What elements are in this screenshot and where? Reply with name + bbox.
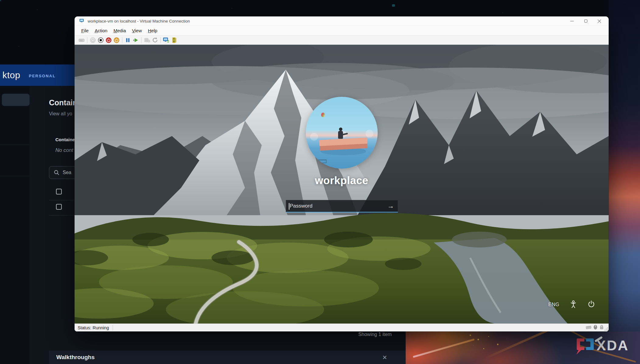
walkthroughs-section: Walkthroughs × (49, 351, 406, 364)
row-checkbox[interactable] (56, 204, 62, 210)
close-icon[interactable]: × (379, 352, 390, 363)
power-icon[interactable] (587, 300, 595, 309)
vm-titlebar[interactable]: workplace-vm on localhost - Virtual Mach… (75, 16, 609, 26)
docker-brand-fragment: ktop (2, 70, 20, 80)
statusbar-divider (113, 325, 113, 331)
minimize-button[interactable] (565, 16, 579, 26)
maximize-button[interactable] (579, 16, 593, 26)
shut-down-icon[interactable] (105, 37, 113, 44)
showing-count: Showing 1 item (0, 332, 392, 337)
save-state-icon[interactable] (113, 37, 121, 44)
enhanced-session-icon[interactable] (162, 37, 170, 44)
desktop: XDA ktop PERSONAL Contain View all yo Co… (0, 0, 640, 364)
text-caret (289, 203, 289, 210)
status-text: Status: Running (75, 325, 113, 330)
accessibility-icon[interactable] (569, 300, 578, 310)
docker-plan-badge: PERSONAL (29, 74, 56, 78)
xda-red-bracket (576, 338, 584, 355)
start-icon[interactable] (89, 37, 97, 44)
avatar-bokeh (310, 133, 318, 141)
language-switcher[interactable]: ENG (548, 302, 559, 307)
menu-help[interactable]: Help (145, 27, 160, 34)
mouse-icon (593, 325, 597, 331)
containers-empty-text: No cont (55, 147, 73, 153)
avatar-bokeh (365, 130, 373, 138)
login-tray: ENG (548, 300, 595, 310)
avatar-person-head (339, 128, 342, 131)
menu-media[interactable]: Media (110, 27, 129, 34)
window-title: workplace-vm on localhost - Virtual Mach… (88, 19, 190, 23)
submit-password-button[interactable]: → (384, 200, 398, 212)
sidebar-item-containers[interactable] (2, 94, 30, 106)
checkpoint-icon[interactable] (143, 37, 151, 44)
reset-icon[interactable] (132, 37, 140, 44)
divider (0, 176, 30, 176)
containers-page-subtitle: View all yo (49, 111, 72, 117)
revert-icon[interactable] (151, 37, 159, 44)
vm-menubar: File Action Media View Help (75, 26, 609, 35)
search-icon (54, 170, 60, 176)
keyboard-icon (586, 325, 591, 331)
row-checkbox[interactable] (56, 189, 62, 194)
avatar-balloon (321, 113, 325, 117)
art-streak (413, 338, 475, 358)
pause-icon[interactable] (124, 37, 132, 44)
toolbar-separator (160, 37, 161, 43)
art-streak (484, 331, 555, 359)
toolbar-separator (87, 37, 87, 43)
xda-blue-bracket (586, 338, 594, 350)
share-icon[interactable] (170, 37, 178, 44)
vm-statusbar: Status: Running (75, 324, 609, 331)
login-username: workplace (75, 174, 609, 187)
ctrl-alt-del-icon[interactable] (78, 37, 86, 44)
containers-page-title: Contain (49, 98, 77, 107)
password-field: → (286, 200, 398, 212)
vmconnect-window: workplace-vm on localhost - Virtual Mach… (75, 16, 609, 331)
toolbar-separator (122, 37, 122, 43)
user-avatar[interactable] (306, 97, 378, 169)
menu-action[interactable]: Action (92, 27, 110, 34)
menu-view[interactable]: View (129, 27, 145, 34)
search-placeholder-fragment: Sea (63, 170, 71, 175)
wallpaper-glow (392, 4, 395, 7)
wallpaper-art-right (609, 0, 640, 364)
vmconnect-app-icon (79, 19, 85, 24)
lock-icon (600, 325, 604, 331)
xda-letters: XDA (596, 338, 628, 353)
vm-toolbar (75, 35, 609, 45)
art-sparkles (470, 334, 471, 336)
vm-viewport-login-screen[interactable]: workplace → ENG (75, 45, 609, 324)
password-input[interactable] (286, 200, 384, 212)
divider (0, 145, 30, 145)
walkthroughs-title: Walkthroughs (56, 354, 95, 361)
docker-sidebar (0, 86, 30, 364)
toolbar-separator (141, 37, 142, 43)
starfield (0, 0, 1, 1)
resize-grip[interactable] (607, 330, 608, 331)
containers-table-header: Containe (55, 137, 75, 142)
close-button[interactable] (593, 16, 606, 26)
xda-logo: XDA (575, 337, 628, 356)
turn-off-icon[interactable] (97, 37, 105, 44)
menu-file[interactable]: File (78, 27, 92, 34)
